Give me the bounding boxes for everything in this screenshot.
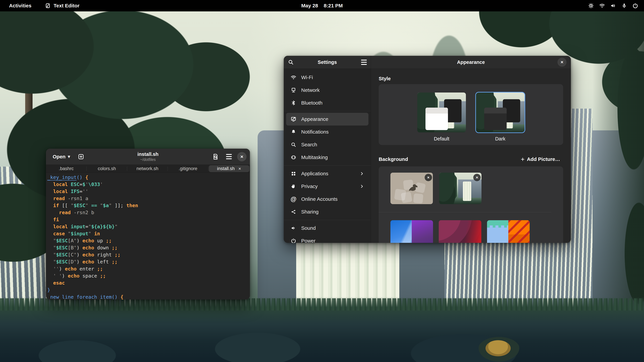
search-icon: [290, 142, 296, 148]
sidebar-item-privacy[interactable]: Privacy: [286, 180, 368, 193]
sidebar-item-search[interactable]: Search: [286, 138, 368, 151]
sidebar-item-bluetooth[interactable]: Bluetooth: [286, 96, 368, 109]
dragon-logo-icon: [406, 183, 418, 193]
close-icon: ×: [476, 175, 478, 180]
sidebar-item-online-accounts[interactable]: @ Online Accounts: [286, 193, 368, 205]
sidebar-item-applications[interactable]: Applications: [286, 167, 368, 180]
time-label: 8:21 PM: [324, 3, 343, 8]
microphone-icon: [621, 3, 627, 9]
sidebar-item-power[interactable]: Power: [286, 234, 368, 243]
search-icon[interactable]: [288, 59, 294, 65]
document-search-button[interactable]: [210, 151, 221, 162]
remove-wallpaper-button[interactable]: ×: [473, 174, 481, 181]
chevron-down-icon: ▾: [68, 154, 70, 159]
code-line: '') echo enter ;;: [47, 265, 250, 272]
main-menu-button[interactable]: [224, 151, 234, 162]
settings-sidebar-headerbar: Settings: [284, 56, 371, 69]
sidebar-item-sound[interactable]: Sound: [286, 222, 368, 234]
chevron-right-icon: [360, 184, 364, 189]
code-line: local ESC=$'\033': [47, 181, 250, 188]
code-line: local IFS='': [47, 188, 250, 195]
wallpaper-turtle-shell: [486, 340, 511, 356]
background-section-label: Background: [379, 156, 408, 162]
settings-close-button[interactable]: ×: [558, 58, 566, 67]
wallpaper-thumb-forest[interactable]: ×: [439, 173, 482, 204]
tab-bashrc[interactable]: .bashrc: [46, 165, 86, 173]
code-line: ' ') echo space ;;: [47, 272, 250, 279]
code-line: _new_line_foreach_item() {: [47, 294, 250, 300]
sidebar-item-appearance[interactable]: Appearance: [286, 113, 368, 125]
code-line: case "$input" in: [47, 230, 250, 237]
wifi-icon: [290, 74, 296, 80]
background-divider: [379, 212, 552, 212]
tab-network-sh[interactable]: network.sh: [127, 165, 168, 173]
wallpaper-thumb-cards-dragon[interactable]: ×: [390, 173, 433, 204]
wallpaper-grass: [0, 298, 644, 311]
sidebar-divider: [284, 165, 371, 166]
code-line: fi: [47, 216, 250, 223]
code-line: _key_input() {: [47, 174, 250, 181]
wifi-icon: [599, 3, 605, 9]
background-card: × ×: [379, 166, 563, 243]
settings-sidebar: Wi-Fi Network Bluetooth Appearance Notif…: [284, 69, 371, 243]
style-option-dark[interactable]: Dark: [475, 92, 526, 145]
text-editor-window: Open ▾ install.sh ~/dotfiles × .bashrc c…: [46, 149, 250, 300]
style-default-preview: [417, 92, 466, 132]
sidebar-divider: [284, 111, 371, 111]
multitasking-icon: [290, 154, 296, 160]
editor-tab-bar: .bashrc colors.sh network.sh .gitignore …: [46, 165, 250, 173]
document-search-icon: [212, 153, 219, 160]
sidebar-divider: [284, 220, 371, 220]
settings-menu-button[interactable]: [361, 60, 367, 65]
bluetooth-icon: [290, 100, 296, 106]
sidebar-item-network[interactable]: Network: [286, 84, 368, 96]
settings-window: Settings Appearance × Wi-Fi Network Blue…: [284, 56, 571, 243]
editor-subtitle: ~/dotfiles: [137, 157, 158, 162]
focused-app-menu[interactable]: Text Editor: [42, 1, 82, 10]
hamburger-icon: [361, 60, 367, 65]
volume-icon: [610, 3, 616, 9]
open-button[interactable]: Open ▾: [49, 151, 74, 162]
wallpaper-preset-maroon-waves[interactable]: [439, 220, 481, 243]
close-icon: ×: [561, 59, 563, 65]
system-status-area[interactable]: [588, 3, 644, 9]
network-icon: [290, 87, 296, 93]
wallpaper-preset-blue-purple[interactable]: [390, 220, 433, 243]
close-icon: ×: [427, 175, 430, 180]
sidebar-item-wifi[interactable]: Wi-Fi: [286, 71, 368, 84]
hamburger-icon: [226, 154, 232, 159]
activities-label: Activities: [9, 3, 31, 8]
editor-title: install.sh: [137, 151, 158, 157]
wallpaper-preset-blue-orange-drips[interactable]: [487, 220, 530, 243]
clock-button[interactable]: May 28 8:21 PM: [301, 0, 343, 11]
power-icon: [290, 238, 296, 243]
add-picture-button[interactable]: + Add Picture…: [518, 154, 563, 164]
code-editor-area[interactable]: _key_input() { local ESC=$'\033' local I…: [46, 173, 250, 300]
code-line: read -rsn1 a: [47, 195, 250, 202]
sidebar-item-multitasking[interactable]: Multitasking: [286, 151, 368, 164]
open-button-label: Open: [53, 154, 66, 160]
tab-close-icon[interactable]: ×: [238, 166, 241, 171]
code-line: esac: [47, 279, 250, 286]
tab-gitignore[interactable]: .gitignore: [168, 165, 208, 173]
settings-title: Settings: [318, 59, 337, 65]
code-line: "$ESC[A") echo up ;;: [47, 237, 250, 244]
editor-close-button[interactable]: ×: [237, 152, 246, 161]
style-default-label: Default: [416, 136, 467, 142]
activities-button[interactable]: Activities: [6, 1, 34, 10]
wallpaper-rocks: [0, 319, 644, 362]
style-option-default[interactable]: Default: [416, 92, 467, 145]
appearance-icon: [290, 116, 296, 122]
tab-colors-sh[interactable]: colors.sh: [86, 165, 127, 173]
tab-install-sh[interactable]: install.sh ×: [209, 165, 250, 172]
at-icon: @: [290, 196, 296, 202]
new-tab-button[interactable]: [76, 151, 86, 162]
add-picture-label: Add Picture…: [527, 156, 560, 162]
focused-app-label: Text Editor: [54, 3, 79, 8]
style-card: Default Dark: [379, 84, 563, 145]
top-panel: Activities Text Editor May 28 8:21 PM: [0, 0, 644, 11]
remove-wallpaper-button[interactable]: ×: [425, 174, 432, 181]
sidebar-item-notifications[interactable]: Notifications: [286, 125, 368, 138]
sidebar-item-sharing[interactable]: Sharing: [286, 205, 368, 218]
settings-panel-headerbar: Appearance ×: [371, 56, 571, 69]
